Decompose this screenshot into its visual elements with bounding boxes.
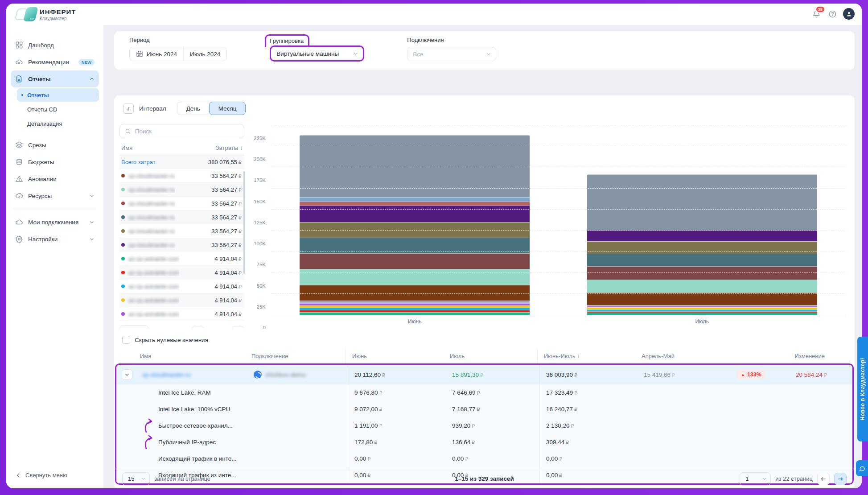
list-scrollbar[interactable] bbox=[243, 171, 245, 274]
collapse-row-button[interactable] bbox=[122, 369, 132, 380]
col-june[interactable]: Июнь bbox=[346, 348, 444, 363]
hide-zero-checkbox[interactable] bbox=[122, 336, 130, 344]
brand-logo[interactable]: Кл ИНФЕРИТ Клаудмастер bbox=[16, 7, 76, 21]
vm-name-blurred[interactable]: cp-cloudmaster-ru bbox=[142, 371, 191, 378]
cost-list-row[interactable]: cp-cloudmaster-ru33 564,27₽ bbox=[119, 238, 244, 252]
search-input[interactable] bbox=[135, 128, 239, 135]
sidebar-subitem-detailing[interactable]: Детализация bbox=[17, 117, 99, 130]
cost-list-row[interactable]: az-cp-astrakite-com4 914,04₽ bbox=[119, 280, 244, 293]
money-value: 7 646,69₽ bbox=[452, 389, 480, 396]
user-avatar[interactable] bbox=[843, 8, 855, 20]
col-change[interactable]: Изменение bbox=[773, 348, 831, 363]
sidebar-item-resources[interactable]: Ресурсы bbox=[11, 187, 99, 204]
table-next-page-button[interactable] bbox=[834, 473, 847, 485]
dashboard-grid-icon bbox=[15, 41, 23, 49]
grouping-select[interactable]: Виртуальные машины bbox=[270, 45, 364, 62]
sidebar-item-reports[interactable]: Отчеты bbox=[11, 70, 99, 87]
cost-list-row[interactable]: cp-cloudmaster-ru33 564,27₽ bbox=[119, 169, 244, 183]
cost-component-row[interactable]: Быстрое сетевое хранил...1 191,00₽939,20… bbox=[116, 417, 852, 434]
chat-widget-button[interactable] bbox=[856, 460, 868, 476]
col-june-july-sort[interactable]: Июнь-Июль↓ bbox=[537, 348, 635, 363]
stacked-bar-Июнь[interactable] bbox=[300, 135, 530, 315]
bar-segment-vm-maroon[interactable] bbox=[587, 266, 817, 280]
y-tick-label: 100K bbox=[254, 241, 266, 246]
cost-list-row[interactable]: az-cp-astrakite-com4 914,04₽ bbox=[119, 266, 244, 280]
connection-provider-icon bbox=[254, 371, 262, 379]
y-tick-label: 50K bbox=[257, 283, 266, 289]
cost-component-row[interactable]: Исходящий трафик в инте...0,00₽0,00₽0,00… bbox=[116, 450, 852, 467]
money-value: 380 076,55₽ bbox=[208, 159, 242, 165]
cost-list-row[interactable]: az-cp-astrakite-com4 914,04₽ bbox=[119, 252, 244, 266]
period-from-input[interactable]: Июнь 2024 bbox=[130, 47, 183, 61]
sidebar-subitem-reports-cd[interactable]: Отчеты CD bbox=[17, 103, 99, 116]
money-value: 33 564,27₽ bbox=[211, 242, 242, 248]
interval-month-button[interactable]: Месяц bbox=[209, 102, 246, 115]
cost-component-row[interactable]: Intel Ice Lake. 100% vCPU9 072,00₽7 168,… bbox=[116, 401, 852, 417]
sidebar-item-anomalies[interactable]: Аномалии bbox=[11, 170, 99, 187]
promo-vertical-tab[interactable]: Новое в Клаудмастер! bbox=[857, 337, 868, 441]
cost-list-row[interactable]: cp-cloudmaster-ru33 564,27₽ bbox=[119, 197, 244, 210]
bar-segment-vm-slate-teal[interactable] bbox=[587, 254, 817, 266]
bar-segment-vm-olive[interactable] bbox=[587, 241, 817, 254]
connections-select[interactable]: Все bbox=[407, 47, 496, 61]
interval-day-button[interactable]: День bbox=[177, 102, 209, 115]
bar-segment-vm-brown[interactable] bbox=[587, 293, 817, 305]
sidebar-item-settings[interactable]: Настройки bbox=[11, 231, 99, 248]
list-col-cost-sort[interactable]: Затраты↓ bbox=[216, 144, 243, 151]
cost-list-row[interactable]: cp-cloudmaster-ru33 564,27₽ bbox=[119, 224, 244, 238]
search-box[interactable] bbox=[119, 124, 244, 138]
table-page-size-select[interactable]: 15 bbox=[122, 472, 150, 486]
money-value: 172,80₽ bbox=[354, 439, 377, 446]
cost-component-row[interactable]: Intel Ice Lake. RAM9 676,80₽7 646,69₽17 … bbox=[116, 384, 852, 401]
currency-symbol: ₽ bbox=[374, 440, 377, 445]
bar-segment-vm-emerald[interactable] bbox=[300, 312, 530, 315]
col-connection[interactable]: Подключение bbox=[245, 348, 346, 363]
cost-list-row[interactable]: cp-cloudmaster-ru33 564,27₽ bbox=[119, 183, 244, 197]
cost-list-row[interactable]: az-cp-astrakite-com4 914,04₽ bbox=[119, 307, 244, 321]
currency-symbol: ₽ bbox=[239, 173, 242, 179]
col-july[interactable]: Июль bbox=[444, 348, 537, 363]
cost-component-row[interactable]: Публичный IP-адрес172,80₽136,64₽309,44₽ bbox=[116, 434, 852, 450]
period-to-input[interactable]: Июль 2024 bbox=[183, 47, 226, 61]
cost-list-row[interactable]: cp-cloudmaster-ru33 564,27₽ bbox=[119, 210, 244, 224]
cost-list-row[interactable]: Всего затрат380 076,55₽ bbox=[119, 155, 244, 169]
sidebar-item-recommendations[interactable]: Рекомендации NEW bbox=[11, 54, 99, 70]
col-name[interactable]: Имя bbox=[134, 348, 245, 363]
bar-segment-vm-rose[interactable] bbox=[300, 202, 530, 206]
table-prev-page-button[interactable] bbox=[817, 473, 830, 485]
y-axis: 225K200K175K150K125K100K75K50K25K0 bbox=[251, 126, 268, 330]
series-color-dot bbox=[121, 202, 125, 205]
currency-symbol: ₽ bbox=[566, 440, 569, 445]
cost-list-row[interactable]: az-cp-astrakite-com4 914,04₽ bbox=[119, 293, 244, 307]
resource-name: az-cp-astrakite-com bbox=[128, 311, 179, 318]
sort-desc-icon: ↓ bbox=[577, 353, 580, 359]
bar-segment-vm-steel-blue[interactable] bbox=[300, 197, 530, 201]
bar-segment-vm-dark-purple[interactable] bbox=[300, 206, 530, 222]
resource-name: cp-cloudmaster-ru bbox=[128, 228, 175, 235]
bar-segment-vm-mint[interactable] bbox=[300, 269, 530, 285]
money-value: 4 914,04₽ bbox=[214, 311, 242, 318]
total-costs-link[interactable]: Всего затрат bbox=[121, 159, 156, 165]
bar-segment-vm-dark-purple[interactable] bbox=[587, 230, 817, 242]
bar-segment-vm-gray[interactable] bbox=[587, 174, 817, 230]
coins-icon bbox=[15, 158, 23, 166]
money-value: 4 914,04₽ bbox=[214, 283, 242, 290]
bar-segment-vm-mint[interactable] bbox=[587, 280, 817, 293]
sidebar-item-slices[interactable]: Срезы bbox=[11, 136, 99, 153]
page-number-select[interactable]: 1 bbox=[740, 472, 771, 486]
sidebar-item-budgets[interactable]: Бюджеты bbox=[11, 153, 99, 170]
help-icon[interactable] bbox=[827, 8, 838, 19]
collapse-menu-button[interactable]: Свернуть меню bbox=[15, 472, 67, 478]
sidebar-subitem-reports[interactable]: Отчеты bbox=[17, 88, 99, 102]
period-range-picker[interactable]: Июнь 2024 Июль 2024 bbox=[129, 47, 227, 61]
sidebar-item-dashboard[interactable]: Дашборд bbox=[11, 37, 99, 54]
currency-symbol: ₽ bbox=[239, 284, 242, 289]
col-april-may[interactable]: Апрель-Май bbox=[635, 348, 733, 363]
bar-segment-vm-maroon[interactable] bbox=[300, 253, 530, 269]
bar-segment-vm-brown[interactable] bbox=[300, 285, 530, 301]
bar-segment-vm-emerald[interactable] bbox=[587, 313, 817, 315]
currency-symbol: ₽ bbox=[239, 160, 242, 165]
vm-main-row[interactable]: cp-cloudmaster-ru shishkov-demo 20 112,6… bbox=[116, 365, 852, 384]
sidebar-item-my-connections[interactable]: Мои подключения bbox=[11, 214, 99, 231]
notifications-bell-icon[interactable]: 29 bbox=[811, 8, 822, 19]
